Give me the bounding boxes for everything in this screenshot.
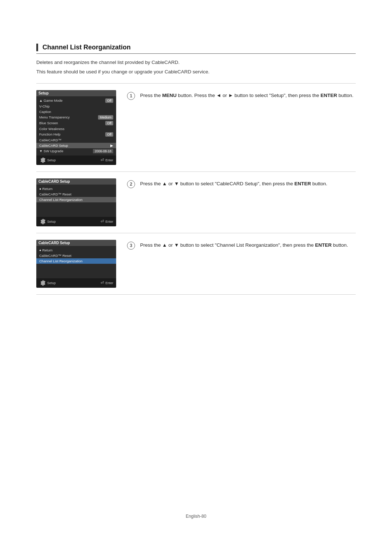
step-row-2: CableCARD Setup ● Return CableCARD™ Rese… [36,172,356,233]
footer-setup-label-2: Setup [47,220,56,223]
footer-enter-label-3: Enter [105,281,113,285]
tv-row: ▼ SW Upgrade 2006-08-18 [36,148,116,154]
tv-screen-1-footer: Setup ⏎ Enter [36,156,116,165]
tv-screen-3: CableCARD Setup ● Return CableCARD™ Rese… [36,240,116,288]
step-3-number: 3 [127,242,135,250]
step-1-text: Press the MENU button. Press the ◄ or ► … [140,92,356,100]
enter-icon: ⏎ [101,158,104,162]
footer-enter-label-2: Enter [105,220,113,223]
tv-row-highlighted: Channel List Reorganization [36,197,116,202]
tv-row: ▲ Game Mode Off [36,98,116,104]
step-row-3: CableCARD Setup ● Return CableCARD™ Rese… [36,233,356,295]
tv-row-highlighted: CableCARD Setup ▶ [36,143,116,148]
gear-icon [39,157,46,163]
gear-icon-3 [39,280,46,286]
page-number: English-80 [186,514,207,519]
tv-row: CableCARD™ Reset [36,191,116,197]
tv-row: Color Weakness [36,126,116,132]
enter-icon-3: ⏎ [101,280,104,285]
footer-setup-label: Setup [47,158,56,162]
tv-screen-2: CableCARD Setup ● Return CableCARD™ Rese… [36,178,116,226]
description-1: Deletes and reorganizes the channel list… [36,59,356,66]
step-2-number: 2 [127,180,135,188]
enter-icon-2: ⏎ [101,219,104,224]
tv-row: Caption [36,109,116,114]
tv-screen-3-body: ● Return CableCARD™ Reset Channel List R… [36,246,116,278]
tv-row: ● Return [36,186,116,191]
steps-area: Setup ▲ Game Mode Off V-Chip Caption [36,83,356,295]
tv-screen-2-header: CableCARD Setup [36,178,116,185]
tv-screen-1-header: Setup [36,90,116,96]
tv-screen-2-body: ● Return CableCARD™ Reset Channel List R… [36,185,116,217]
step-3-text: Press the ▲ or ▼ button to select "Chann… [140,241,356,249]
tv-row: CableCARD™ Reset [36,253,116,258]
step-3-instruction: 3 Press the ▲ or ▼ button to select "Cha… [127,240,356,250]
page-footer: English-80 [0,514,392,519]
step-1-instruction: 1 Press the MENU button. Press the ◄ or … [127,90,356,100]
tv-row: Function Help Off [36,132,116,137]
tv-screen-3-footer: Setup ⏎ Enter [36,278,116,288]
page-content: Channel List Reorganization Deletes and … [0,0,392,324]
section-title: Channel List Reorganization [42,44,131,51]
tv-screen-1-body: ▲ Game Mode Off V-Chip Caption Menu Tran… [36,96,116,156]
tv-row: ● Return [36,247,116,253]
step-2-instruction: 2 Press the ▲ or ▼ button to select "Cab… [127,178,356,188]
tv-row: V-Chip [36,104,116,109]
description-2: This feature should be used if you chang… [36,68,356,76]
gear-icon-2 [39,218,46,225]
step-2-text: Press the ▲ or ▼ button to select "Cable… [140,180,356,188]
section-bar [36,44,38,51]
footer-enter-label: Enter [105,158,113,162]
tv-row-selected: Channel List Reorganization [36,258,116,264]
tv-row: Menu Transparency Medium [36,114,116,120]
section-header: Channel List Reorganization [36,44,356,54]
step-1-number: 1 [127,92,135,100]
step-row-1: Setup ▲ Game Mode Off V-Chip Caption [36,83,356,172]
tv-screen-1: Setup ▲ Game Mode Off V-Chip Caption [36,90,116,165]
tv-row: CableCARD™ [36,137,116,143]
tv-screen-3-header: CableCARD Setup [36,240,116,246]
tv-screen-2-footer: Setup ⏎ Enter [36,217,116,226]
tv-row: Blue Screen Off [36,120,116,126]
footer-setup-label-3: Setup [47,281,56,285]
